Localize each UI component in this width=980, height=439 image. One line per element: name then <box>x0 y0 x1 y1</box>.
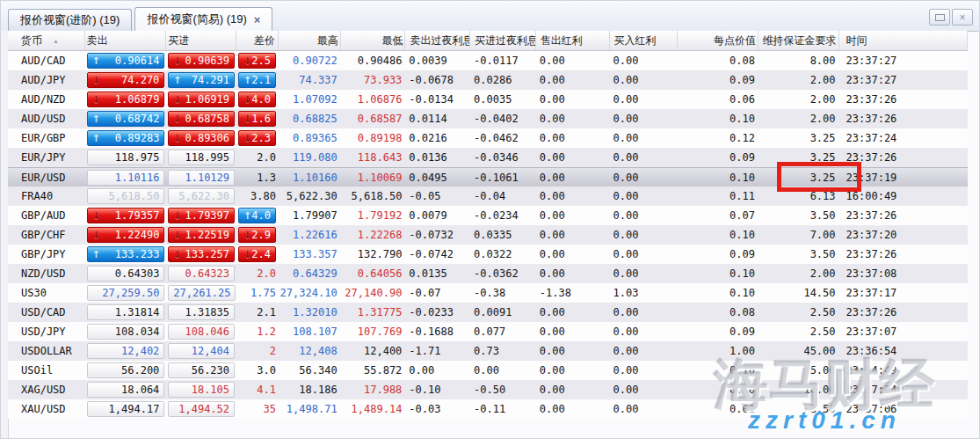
pair-cell[interactable]: EUR/USD <box>8 168 85 187</box>
sell-quote-button[interactable]: ↑0.89283 <box>87 130 165 146</box>
table-row[interactable]: XAG/USD18.06418.1054.118.18617.988-0.10-… <box>8 380 968 399</box>
close-button[interactable]: × <box>952 9 973 26</box>
sell-quote-button[interactable]: ↑133.233 <box>87 246 165 262</box>
column-header-sell[interactable]: 卖出 <box>85 31 167 50</box>
sell-quote-button[interactable]: ↓74.270 <box>87 72 165 88</box>
column-header-margin_req[interactable]: 维持保证金要求 <box>759 31 839 50</box>
high-cell: 27,324.10 <box>279 283 341 303</box>
pair-cell[interactable]: NZD/USD <box>8 264 85 283</box>
column-header-pip_value[interactable]: 每点价值 <box>678 31 759 50</box>
buy-quote-button-cell: 118.995 <box>166 148 236 167</box>
table-row[interactable]: USDOLLAR12,40212,404212,40812,400-1.710.… <box>8 341 968 361</box>
sell-quote-button[interactable]: 1.10116 <box>87 170 165 186</box>
table-row[interactable]: AUD/JPY↓74.270↑74.291↑2.174.33773.933-0.… <box>8 70 968 90</box>
pair-cell[interactable]: GBP/CHF <box>8 225 85 245</box>
buy-quote-button[interactable]: 108.046 <box>168 324 235 340</box>
table-row[interactable]: USD/JPY108.034108.0461.2108.107107.769-0… <box>8 322 968 341</box>
pair-cell[interactable]: AUD/CAD <box>8 51 85 70</box>
pair-cell[interactable]: US30 <box>8 283 85 303</box>
buy-quote-button[interactable]: 1,494.52 <box>168 401 235 417</box>
column-header-sell_rollover[interactable]: 卖出过夜利息 <box>405 31 470 50</box>
pair-cell[interactable]: XAG/USD <box>8 380 85 399</box>
table-row[interactable]: AUD/USD↑0.68742↓0.68758↓1.60.688250.6858… <box>8 109 968 128</box>
pair-cell[interactable]: USDOLLAR <box>8 341 85 361</box>
sell-quote-button[interactable]: 12,402 <box>87 343 165 359</box>
column-header-spread[interactable]: 差价 <box>236 31 279 50</box>
sell-quote-button[interactable]: 1,494.17 <box>87 401 165 417</box>
sell-quote-button[interactable]: 0.64303 <box>87 266 165 282</box>
buy-quote-button[interactable]: ↓0.68758 <box>168 111 235 127</box>
pip-value-cell: 0.06 <box>678 90 759 109</box>
buy-quote-button[interactable]: ↓1.79397 <box>168 208 235 223</box>
pair-cell[interactable]: XAU/USD <box>8 399 85 419</box>
buy-quote-button[interactable]: 1.10129 <box>168 170 235 186</box>
buy-quote-button[interactable]: 27,261.25 <box>168 285 236 301</box>
sell-quote-button[interactable]: 18.064 <box>87 382 165 398</box>
sell-quote-button[interactable]: ↓1.06879 <box>87 91 165 107</box>
column-header-sell_dividend[interactable]: 售出红利 <box>536 31 610 50</box>
sell-quote-button[interactable]: 118.975 <box>87 150 165 165</box>
pair-cell[interactable]: AUD/JPY <box>8 70 85 90</box>
sell-quote-button[interactable]: ↑0.68742 <box>87 111 165 127</box>
sell-quote-button[interactable]: 108.034 <box>87 324 165 340</box>
buy-quote-button[interactable]: ↓1.06919 <box>168 91 235 107</box>
buy-dividend-cell: 0.00 <box>610 380 679 399</box>
pair-cell[interactable]: USD/JPY <box>8 322 85 341</box>
buy-quote-button[interactable]: ↓1.22519 <box>168 227 235 243</box>
pip-value-cell: 0.09 <box>678 322 759 341</box>
buy-quote-button[interactable]: ↓0.89306 <box>168 130 235 146</box>
buy-dividend-cell: 0.00 <box>610 361 679 380</box>
sell-quote-button[interactable]: ↑0.90614 <box>87 53 165 69</box>
column-header-time[interactable]: 时间 <box>839 31 968 50</box>
column-header-pair[interactable]: 货币▲ <box>8 31 85 50</box>
column-header-high[interactable]: 最高 <box>279 31 341 50</box>
table-row[interactable]: USD/CAD1.318141.318352.11.320101.31775-0… <box>8 303 968 322</box>
buy-quote-button[interactable]: ↓0.90639 <box>168 53 235 69</box>
table-row[interactable]: GBP/AUD↓1.79357↓1.79397↑4.01.799071.7919… <box>8 206 968 225</box>
pair-cell[interactable]: AUD/NZD <box>8 90 85 109</box>
tab[interactable]: 报价视窗(简易) (19)× <box>134 7 272 31</box>
buy-quote-button[interactable]: 18.105 <box>168 382 235 398</box>
table-row[interactable]: AUD/NZD↓1.06879↓1.06919↓4.01.070921.0687… <box>8 90 968 109</box>
sell-quote-button[interactable]: 56.200 <box>87 362 165 378</box>
column-header-buy_rollover[interactable]: 买进过夜利息 <box>470 31 536 50</box>
buy-quote-button[interactable]: 5,622.30 <box>168 188 235 204</box>
table-row[interactable]: XAU/USD1,494.171,494.52351,498.711,489.1… <box>8 399 968 419</box>
low-cell: 107.769 <box>341 322 406 341</box>
pair-cell[interactable]: GBP/AUD <box>8 206 85 225</box>
pair-cell[interactable]: EUR/JPY <box>8 148 85 167</box>
buy-quote-button[interactable]: 56.230 <box>168 362 235 378</box>
table-row[interactable]: GBP/CHF↓1.22490↓1.22519↓2.91.226161.2226… <box>8 225 968 245</box>
pair-cell[interactable]: USD/CAD <box>8 303 85 322</box>
table-row[interactable]: NZD/USD0.643030.643232.00.643290.640560.… <box>8 264 968 283</box>
sell-quote-button[interactable]: 27,259.50 <box>87 285 165 301</box>
pair-cell[interactable]: GBP/JPY <box>8 245 85 264</box>
buy-quote-button[interactable]: ↑74.291 <box>168 72 235 88</box>
buy-quote-button[interactable]: 0.64323 <box>168 266 235 282</box>
table-row[interactable]: EUR/GBP↑0.89283↓0.89306↓2.30.893650.8919… <box>8 128 968 148</box>
buy-quote-button[interactable]: 12,404 <box>168 343 235 359</box>
table-row[interactable]: AUD/CAD↑0.90614↓0.90639↓2.50.907220.9048… <box>8 51 968 70</box>
pair-cell[interactable]: USOil <box>8 361 85 380</box>
tab-close-icon[interactable]: × <box>254 14 261 26</box>
table-row[interactable]: GBP/JPY↑133.233↓133.257↓2.4133.357132.79… <box>8 245 968 264</box>
sell-quote-button[interactable]: ↓1.79357 <box>87 208 165 223</box>
pair-cell[interactable]: AUD/USD <box>8 109 85 128</box>
restore-button[interactable] <box>929 9 950 26</box>
pair-cell[interactable]: EUR/GBP <box>8 128 85 148</box>
margin-requirement-cell: 2.00 <box>759 70 839 90</box>
sell-quote-button[interactable]: 1.31814 <box>87 304 165 320</box>
pip-value-cell: 0.08 <box>678 303 759 322</box>
sell-quote-button[interactable]: ↓1.22490 <box>87 227 165 243</box>
sell-quote-button[interactable]: 5,618.50 <box>87 188 165 204</box>
column-header-low[interactable]: 最低 <box>341 31 406 50</box>
column-header-buy_dividend[interactable]: 买入红利 <box>610 31 679 50</box>
table-row[interactable]: USOil56.20056.2303.056.34055.8720.000.00… <box>8 361 968 380</box>
pair-cell[interactable]: FRA40 <box>8 187 85 206</box>
buy-quote-button[interactable]: 118.995 <box>168 150 235 165</box>
buy-quote-button[interactable]: ↓133.257 <box>168 246 235 262</box>
buy-quote-button[interactable]: 1.31835 <box>168 304 235 320</box>
column-header-buy[interactable]: 买进 <box>166 31 236 50</box>
tab[interactable]: 报价视窗(进阶) (19) <box>8 9 132 31</box>
table-row[interactable]: US3027,259.5027,261.251.7527,324.1027,14… <box>8 283 968 303</box>
